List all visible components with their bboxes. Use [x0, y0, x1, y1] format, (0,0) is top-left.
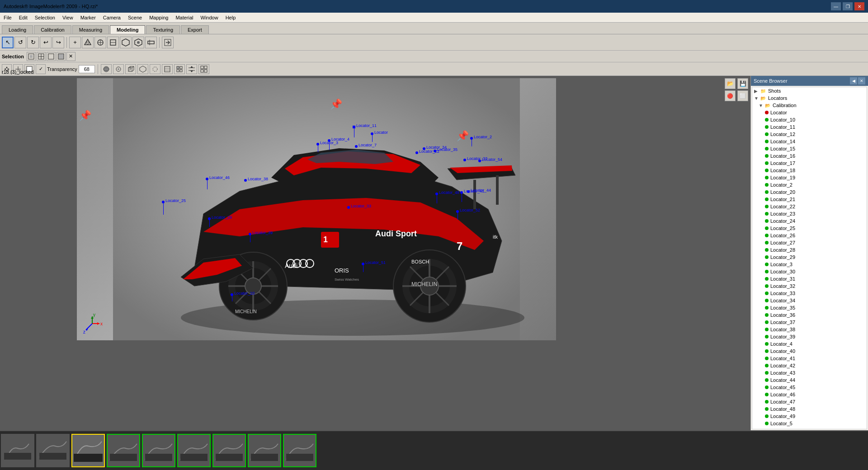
- back-button[interactable]: ↩: [40, 37, 52, 48]
- view-btn-7[interactable]: [174, 64, 185, 74]
- tree-calibration[interactable]: ▼ 📂 Calibration: [752, 102, 867, 109]
- tree-locator-45[interactable]: Locator_45: [752, 384, 867, 391]
- orange-locator-2[interactable]: 📌: [330, 99, 342, 110]
- tree-locator-14[interactable]: Locator_14: [752, 138, 867, 145]
- filmstrip-thumb-7[interactable]: [212, 434, 246, 467]
- menu-selection[interactable]: Selection: [31, 14, 59, 21]
- transparency-input[interactable]: [79, 65, 95, 73]
- tree-locator-33[interactable]: Locator_33: [752, 290, 867, 297]
- tree-locator-21[interactable]: Locator_21: [752, 196, 867, 203]
- tree-locator-47[interactable]: Locator_47: [752, 398, 867, 405]
- filmstrip-thumb-9[interactable]: [283, 434, 316, 467]
- redo-button[interactable]: ↻: [27, 37, 39, 48]
- view-btn-5[interactable]: [150, 64, 160, 74]
- tool6-button[interactable]: [132, 37, 144, 48]
- filmstrip-thumb-6[interactable]: [177, 434, 211, 467]
- tree-locator-17[interactable]: Locator_17: [752, 160, 867, 167]
- tab-loading[interactable]: Loading: [2, 25, 33, 34]
- tree-locator-28[interactable]: Locator_28: [752, 246, 867, 254]
- tree-locator-43[interactable]: Locator_43: [752, 369, 867, 376]
- tree-locator-15[interactable]: Locator_15: [752, 145, 867, 152]
- menu-edit[interactable]: Edit: [15, 14, 31, 21]
- tab-calibration[interactable]: Calibration: [34, 25, 71, 34]
- tree-expand-shots[interactable]: ▶: [754, 89, 760, 94]
- tab-modeling[interactable]: Modeling: [110, 25, 145, 34]
- tree-expand-calibration[interactable]: ▼: [759, 103, 764, 108]
- view-sphere-btn[interactable]: [101, 64, 112, 74]
- sel-btn-2[interactable]: [37, 52, 46, 61]
- filmstrip-thumb-3[interactable]: [71, 434, 105, 467]
- sel-btn-1[interactable]: [27, 52, 36, 61]
- tree-locator-38[interactable]: Locator_38: [752, 326, 867, 333]
- filmstrip-thumb-2[interactable]: [36, 434, 70, 467]
- tree-locator-26[interactable]: Locator_26: [752, 232, 867, 239]
- tree-locator-32[interactable]: Locator_32: [752, 282, 867, 290]
- tree-locator-31[interactable]: Locator_31: [752, 275, 867, 282]
- menu-mapping[interactable]: Mapping: [146, 14, 172, 21]
- tool-right-3[interactable]: 🔴: [725, 90, 736, 101]
- image-area[interactable]: Audi Sport 7 BOSCH ORIS Swiss Watches Au…: [0, 76, 750, 430]
- scene-tree[interactable]: ▶ 📁 Shots ▼ 📂 Locators ▼ 📂 Calibration L…: [752, 87, 867, 429]
- tree-locator-41[interactable]: Locator_41: [752, 355, 867, 362]
- tree-locator-44[interactable]: Locator_44: [752, 376, 867, 384]
- menu-help[interactable]: Help: [222, 14, 240, 21]
- tool-right-2[interactable]: 💾: [737, 78, 748, 89]
- select-tool-button[interactable]: ↖: [2, 37, 14, 48]
- tree-locator-37[interactable]: Locator_37: [752, 319, 867, 326]
- filmstrip-thumb-5[interactable]: [142, 434, 175, 467]
- tree-locator-39[interactable]: Locator_39: [752, 333, 867, 340]
- scene-browser-collapse[interactable]: ◀: [850, 77, 857, 85]
- orange-locator-1[interactable]: 📌: [79, 110, 91, 122]
- tree-locator-49[interactable]: Locator_49: [752, 413, 867, 420]
- tool3-button[interactable]: [94, 37, 106, 48]
- tree-locator-18[interactable]: Locator_18: [752, 167, 867, 174]
- export-button[interactable]: [162, 37, 174, 48]
- restore-button[interactable]: ❐: [843, 2, 853, 10]
- tree-locator-42[interactable]: Locator_42: [752, 362, 867, 369]
- filmstrip-thumb-8[interactable]: [248, 434, 281, 467]
- sel-btn-5[interactable]: ✕: [66, 52, 75, 61]
- tree-locator-40[interactable]: Locator_40: [752, 348, 867, 355]
- tree-locator-10[interactable]: Locator_10: [752, 116, 867, 123]
- tab-measuring[interactable]: Measuring: [72, 25, 109, 34]
- menu-marker[interactable]: Marker: [77, 14, 99, 21]
- tree-locator-22[interactable]: Locator_22: [752, 203, 867, 210]
- tree-locator-27[interactable]: Locator_27: [752, 239, 867, 246]
- menu-file[interactable]: File: [0, 14, 15, 21]
- tool2-button[interactable]: [82, 37, 94, 48]
- tree-locator-4[interactable]: Locator_4: [752, 340, 867, 348]
- tree-locator-12[interactable]: Locator_12: [752, 131, 867, 138]
- tree-shots[interactable]: ▶ 📁 Shots: [752, 87, 867, 94]
- filmstrip-thumb-1[interactable]: [1, 434, 34, 467]
- sel-btn-3[interactable]: [47, 52, 56, 61]
- tree-locator-24[interactable]: Locator_24: [752, 217, 867, 225]
- menu-scene[interactable]: Scene: [124, 14, 146, 21]
- view-btn-6[interactable]: [162, 64, 173, 74]
- minimize-button[interactable]: —: [831, 2, 841, 10]
- tree-locator-48[interactable]: Locator_48: [752, 405, 867, 413]
- view-btn-mesh[interactable]: [137, 64, 148, 74]
- tree-locator-30[interactable]: Locator_30: [752, 268, 867, 275]
- tree-locator-3[interactable]: Locator_3: [752, 261, 867, 268]
- tab-export[interactable]: Export: [181, 25, 209, 34]
- view-btn-check[interactable]: ✓: [36, 64, 46, 74]
- tree-locator-23[interactable]: Locator_23: [752, 210, 867, 217]
- tree-locators[interactable]: ▼ 📂 Locators: [752, 94, 867, 102]
- tool-right-1[interactable]: 📂: [725, 78, 736, 89]
- tool-right-4[interactable]: ⬜: [737, 90, 748, 101]
- tree-locator-5[interactable]: Locator_5: [752, 420, 867, 427]
- tree-locator-34[interactable]: Locator_34: [752, 297, 867, 304]
- view-btn-light[interactable]: [113, 64, 124, 74]
- tree-locator-11[interactable]: Locator_11: [752, 123, 867, 131]
- tree-locator-19[interactable]: Locator_19: [752, 174, 867, 181]
- menu-material[interactable]: Material: [172, 14, 197, 21]
- tool4-button[interactable]: [107, 37, 119, 48]
- menu-view[interactable]: View: [59, 14, 77, 21]
- tree-locator-20[interactable]: Locator_20: [752, 188, 867, 196]
- add-point-button[interactable]: +: [69, 37, 81, 48]
- menu-window[interactable]: Window: [197, 14, 222, 21]
- tree-locator-16[interactable]: Locator_16: [752, 152, 867, 160]
- tool7-button[interactable]: [145, 37, 157, 48]
- view-btn-grid[interactable]: [198, 64, 209, 74]
- sel-btn-4[interactable]: [57, 52, 66, 61]
